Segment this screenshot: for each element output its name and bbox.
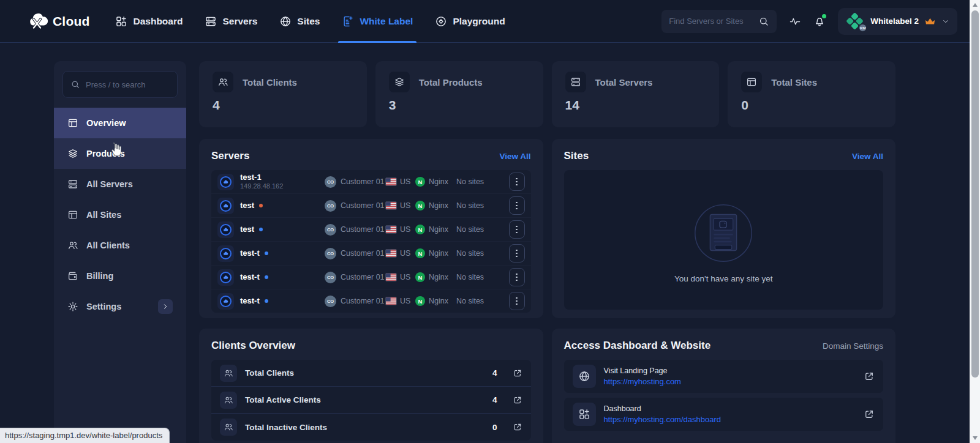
us-flag-icon [386,226,396,233]
server-actions-menu-button[interactable] [509,196,525,215]
server-row[interactable]: test CO Customer 01 [211,218,531,241]
server-actions-menu-button[interactable] [509,173,525,191]
server-stack: N Nginx No sites [415,201,484,210]
sidebar-item[interactable]: All Clients [54,230,186,261]
clients-row-value: 4 [492,368,497,378]
nav-item-icon [342,15,354,28]
global-search[interactable] [662,10,777,33]
clients-overview-panel: Clients Overview Total Clients 4 [199,329,543,443]
server-actions-menu-button[interactable] [509,244,525,262]
access-row-url[interactable]: https://myhosting.com [604,377,681,386]
nav-item[interactable]: Playground [435,0,505,42]
access-row-label: Dashboard [604,404,722,413]
expand-chevron[interactable] [158,299,173,314]
server-stack: N Nginx No sites [415,177,484,187]
customer-name: Customer 01 [341,273,385,281]
nav-item-label: Playground [453,16,505,27]
sidebar-item-label: All Servers [86,179,133,189]
stack-label: Nginx [429,177,448,186]
sidebar-item[interactable]: Billing [54,261,186,291]
open-link-icon[interactable] [864,371,875,382]
us-flag-icon [386,178,396,185]
nav-item[interactable]: White Label [342,0,413,42]
sidebar-item-label: Products [86,149,125,158]
server-name: test-t [240,249,260,258]
open-link-icon[interactable] [513,368,522,378]
server-name: test [240,225,254,234]
provider-icon [217,293,234,310]
server-row[interactable]: test-t CO Customer 01 [211,266,531,289]
stack-label: Nginx [429,201,448,210]
nav-item[interactable]: Servers [205,0,257,42]
sites-count-label: No sites [456,297,484,305]
provider-icon [217,269,234,286]
sidebar-item-icon [67,301,78,312]
scrollbar-down-arrow[interactable] [970,433,980,443]
server-actions-menu-button[interactable] [509,268,525,286]
topbar-right-controls: RM Whitelabel 2 [662,8,957,35]
server-actions-menu-button[interactable] [509,220,525,239]
servers-view-all-link[interactable]: View All [499,152,530,161]
sidebar-item-icon [67,179,78,190]
nginx-icon: N [415,177,425,187]
scrollbar-thumb[interactable] [971,10,979,378]
access-row-url[interactable]: https://myhosting.com/dashboard [604,415,722,424]
server-name: test-1 [240,173,262,182]
sites-view-all-link[interactable]: View All [852,152,883,161]
sidebar-item[interactable]: All Sites [54,199,186,230]
stack-label: Nginx [429,273,448,281]
global-search-input[interactable] [669,17,753,26]
server-region: US [386,273,415,281]
us-flag-icon [386,250,396,257]
region-label: US [400,297,410,305]
brand-logo[interactable]: Cloud [28,13,89,29]
domain-settings-link[interactable]: Domain Settings [823,341,883,351]
open-link-icon[interactable] [513,422,522,432]
server-row[interactable]: test CO Customer 01 [211,194,531,217]
empty-sites-illustration [687,197,760,269]
servers-panel-title: Servers [211,150,249,162]
sidebar-item-icon [67,117,78,128]
sites-count-label: No sites [456,201,484,210]
activity-button[interactable] [789,15,801,28]
server-status-dot [259,228,263,231]
nav-item-label: Sites [297,16,320,27]
sidebar-search-input[interactable] [86,80,170,89]
server-stack: N Nginx No sites [415,248,484,258]
chevron-down-icon [941,17,950,26]
access-row: Visit Landing Page https://myhosting.com [564,360,884,393]
region-label: US [400,225,410,234]
nav-item-icon [435,15,447,28]
server-row[interactable]: test-t CO Customer 01 [211,242,531,265]
open-link-icon[interactable] [513,395,522,405]
server-customer: CO Customer 01 [325,272,386,283]
nav-item[interactable]: Sites [279,0,320,42]
open-link-icon[interactable] [864,409,875,420]
access-panel: Access Dashboard & Website Domain Settin… [552,329,896,443]
vertical-scrollbar[interactable] [970,0,980,443]
sidebar-item[interactable]: All Servers [54,169,186,199]
bottom-row: Clients Overview Total Clients 4 [199,329,895,443]
user-name: Whitelabel 2 [870,17,919,26]
sidebar-item[interactable]: Products [54,138,186,169]
nav-item-label: Dashboard [133,16,183,27]
server-row[interactable]: test-t CO Customer 01 [211,289,531,313]
server-customer: CO Customer 01 [325,248,386,259]
nav-item[interactable]: Dashboard [115,0,183,42]
stat-card-label: Total Sites [771,77,817,87]
sidebar-item[interactable]: Settings [54,291,186,322]
sidebar-search[interactable] [62,71,178,98]
region-label: US [400,249,410,258]
server-row[interactable]: test-1 149.28.48.162 CO Customer 01 [211,170,531,193]
server-customer: CO Customer 01 [325,176,386,188]
clients-row-label: Total Clients [245,368,294,378]
notifications-button[interactable] [813,15,826,28]
user-menu[interactable]: RM Whitelabel 2 [838,8,957,35]
sidebar-item-icon [67,270,78,281]
server-actions-menu-button[interactable] [509,292,525,310]
nav-item-icon [115,15,127,28]
scrollbar-up-arrow[interactable] [970,0,980,10]
customer-badge: CO [325,296,336,307]
sidebar-item[interactable]: Overview [54,108,186,138]
region-label: US [400,201,410,210]
